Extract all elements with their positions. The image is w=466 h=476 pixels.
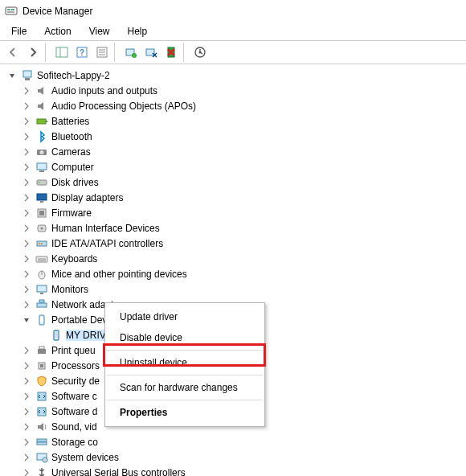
menu-help[interactable]: Help: [120, 24, 156, 39]
category-display[interactable]: Display adapters: [2, 190, 464, 205]
chevron-right-icon[interactable]: [21, 437, 32, 448]
chevron-right-icon[interactable]: [21, 101, 32, 112]
keyboard-icon: [35, 252, 48, 265]
mouse-icon: [35, 268, 48, 281]
category-ide[interactable]: IDE ATA/ATAPI controllers: [2, 236, 464, 251]
svg-rect-15: [146, 49, 154, 55]
svg-point-61: [43, 458, 47, 462]
disable-device-button[interactable]: [141, 43, 161, 62]
audio-icon: [35, 100, 48, 113]
scan-hardware-button[interactable]: [190, 43, 210, 62]
chevron-right-icon[interactable]: [21, 391, 32, 402]
root-node[interactable]: Sofitech-Lappy-2: [2, 68, 464, 83]
chevron-down-icon[interactable]: [6, 70, 18, 81]
category-storage[interactable]: Storage co: [2, 434, 464, 449]
svg-rect-37: [41, 243, 43, 244]
category-bluetooth[interactable]: Bluetooth: [2, 129, 464, 144]
category-keyboard[interactable]: Keyboards: [2, 251, 464, 266]
chevron-right-icon[interactable]: [21, 375, 32, 387]
help-button[interactable]: ?: [72, 43, 92, 62]
svg-rect-58: [37, 439, 47, 441]
node-label: Sound, vid: [51, 421, 97, 433]
chevron-right-icon[interactable]: [21, 269, 32, 280]
category-hid[interactable]: Human Interface Devices: [2, 220, 464, 236]
menu-bar: File Action View Help: [0, 23, 466, 40]
chevron-right-icon[interactable]: [21, 177, 32, 188]
chevron-right-icon[interactable]: [21, 85, 32, 96]
portable-icon: [35, 314, 48, 326]
menu-properties[interactable]: Properties: [107, 402, 263, 423]
software-icon: [35, 405, 48, 418]
svg-rect-26: [39, 170, 44, 172]
chevron-right-icon[interactable]: [21, 467, 32, 477]
properties-button[interactable]: [92, 43, 112, 62]
menu-view[interactable]: View: [81, 24, 118, 39]
category-audio[interactable]: Audio Processing Objects (APOs): [2, 98, 464, 113]
category-monitor[interactable]: Monitors: [2, 281, 464, 297]
chevron-right-icon[interactable]: [21, 253, 32, 265]
chevron-right-icon[interactable]: [21, 421, 32, 433]
menu-file[interactable]: File: [3, 24, 35, 39]
chevron-right-icon[interactable]: [21, 238, 32, 249]
menu-action[interactable]: Action: [36, 24, 79, 39]
category-usb[interactable]: Universal Serial Bus controllers: [2, 465, 464, 476]
svg-rect-27: [37, 180, 47, 185]
chevron-right-icon[interactable]: [21, 360, 32, 371]
menu-scan-hardware[interactable]: Scan for hardware changes: [107, 377, 263, 398]
chevron-right-icon[interactable]: [21, 162, 32, 173]
title-bar: Device Manager: [0, 0, 466, 23]
category-disk[interactable]: Disk drives: [2, 174, 464, 190]
category-firmware[interactable]: Firmware: [2, 205, 464, 220]
menu-separator: [107, 375, 263, 375]
category-computer[interactable]: Computer: [2, 159, 464, 174]
chevron-right-icon[interactable]: [21, 192, 32, 203]
svg-rect-46: [39, 300, 44, 302]
svg-rect-2: [11, 9, 14, 10]
category-battery[interactable]: Batteries: [2, 113, 464, 129]
svg-rect-32: [39, 211, 44, 215]
menu-uninstall-device[interactable]: Uninstall device: [107, 352, 263, 373]
forward-button[interactable]: [23, 43, 43, 62]
svg-rect-44: [40, 293, 43, 294]
svg-point-18: [199, 51, 202, 54]
chevron-right-icon[interactable]: [21, 131, 32, 142]
category-system[interactable]: System devices: [2, 449, 464, 465]
node-label: Universal Serial Bus controllers: [51, 467, 186, 477]
disk-icon: [35, 176, 48, 189]
chevron-right-icon[interactable]: [21, 299, 32, 310]
show-hide-console-button[interactable]: [52, 43, 72, 62]
node-label: Monitors: [51, 284, 88, 295]
chevron-right-icon[interactable]: [21, 406, 32, 417]
chevron-right-icon[interactable]: [21, 146, 32, 158]
chevron-right-icon[interactable]: [21, 207, 32, 219]
chevron-right-icon[interactable]: [21, 452, 32, 463]
svg-rect-3: [7, 11, 14, 13]
chevron-right-icon[interactable]: [21, 116, 32, 127]
drive-icon: [50, 329, 63, 342]
pc-icon: [21, 69, 34, 82]
computer-icon: [35, 161, 48, 174]
menu-disable-device[interactable]: Disable device: [107, 327, 263, 348]
category-camera[interactable]: Cameras: [2, 144, 464, 159]
category-audio[interactable]: Audio inputs and outputs: [2, 83, 464, 98]
chevron-down-icon[interactable]: [21, 314, 32, 326]
update-driver-button[interactable]: ↑: [121, 43, 141, 62]
app-icon: [5, 5, 18, 18]
chevron-right-icon[interactable]: [21, 223, 32, 234]
node-label: Storage co: [51, 437, 98, 448]
expander-spacer: [35, 330, 47, 341]
chevron-right-icon[interactable]: [21, 284, 32, 295]
svg-rect-20: [25, 78, 30, 80]
node-label: Human Interface Devices: [51, 223, 160, 234]
back-button[interactable]: [3, 43, 22, 62]
usb-icon: [35, 466, 48, 477]
toolbar: ? ↑: [0, 40, 466, 64]
svg-rect-53: [39, 347, 44, 349]
uninstall-device-button[interactable]: [161, 43, 181, 62]
category-mouse[interactable]: Mice and other pointing devices: [2, 266, 464, 281]
menu-update-driver[interactable]: Update driver: [107, 306, 263, 327]
node-label: System devices: [51, 452, 119, 463]
chevron-right-icon[interactable]: [21, 345, 32, 356]
camera-icon: [35, 146, 48, 158]
svg-point-24: [40, 150, 44, 154]
